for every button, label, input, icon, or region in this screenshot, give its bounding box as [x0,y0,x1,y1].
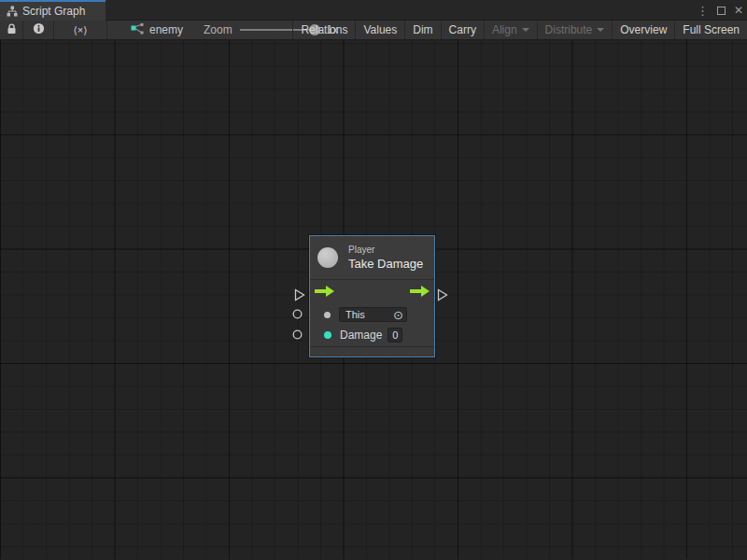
node-category: Player [348,245,423,255]
graph-canvas[interactable]: Player Take Damage This ⊙ [0,40,747,559]
damage-input-port[interactable] [292,329,303,340]
relations-button[interactable]: Relations [292,21,355,39]
this-field-value: This [345,309,365,320]
damage-port-dot-icon[interactable] [324,331,331,339]
flow-input-port[interactable] [294,288,305,301]
dim-button[interactable]: Dim [404,21,440,39]
close-icon[interactable]: ✕ [734,5,743,16]
tab-script-graph[interactable]: Script Graph [0,0,106,21]
node-title: Take Damage [348,257,423,271]
chevron-down-icon [522,28,529,32]
damage-value-input[interactable]: 0 [388,328,402,343]
this-row: This ⊙ [310,304,434,325]
node-header[interactable]: Player Take Damage [310,236,434,280]
unit-icon [317,247,338,268]
align-button-label: Align [492,23,517,36]
carry-button[interactable]: Carry [441,21,484,39]
full-screen-button[interactable]: Full Screen [674,21,747,39]
this-field[interactable]: This ⊙ [339,307,407,322]
flow-ports-row [310,280,434,304]
info-icon [33,22,45,37]
tab-label: Script Graph [22,5,85,18]
graph-hierarchy-icon [7,6,18,17]
toolbar-buttons: Relations Values Dim Carry Align Distrib… [292,21,747,39]
window-controls: ⋮ ✕ [697,0,743,21]
align-button: Align [484,21,537,39]
graph-node-icon [131,23,144,37]
damage-label: Damage [340,329,382,342]
window-titlebar: Script Graph ⋮ ✕ [0,0,747,21]
angle-x-icon: ⟨×⟩ [73,24,87,36]
graph-breadcrumb[interactable]: enemy [131,21,183,39]
flow-in-arrow-icon[interactable] [315,284,334,301]
graph-toolbar: ⟨×⟩ enemy Zoom 1x Relations Values Dim C… [0,21,747,40]
node-footer [310,346,434,357]
values-button[interactable]: Values [355,21,404,39]
node-take-damage[interactable]: Player Take Damage This ⊙ [309,235,435,357]
lock-button[interactable] [0,21,23,39]
object-picker-icon[interactable]: ⊙ [393,309,403,321]
info-button[interactable] [23,21,54,39]
maximize-icon[interactable] [717,7,726,15]
damage-row: Damage 0 [310,325,434,345]
distribute-button: Distribute [537,21,613,39]
distribute-button-label: Distribute [545,23,593,36]
lock-icon [7,23,17,37]
connections-toggle-button[interactable]: ⟨×⟩ [54,21,107,39]
this-port-dot-icon[interactable] [324,312,331,318]
node-titles: Player Take Damage [348,245,423,271]
chevron-down-icon [597,28,604,32]
this-input-port[interactable] [292,309,303,319]
flow-out-arrow-icon[interactable] [410,284,430,301]
flow-output-port[interactable] [437,288,448,301]
window-menu-icon[interactable]: ⋮ [697,5,709,17]
overview-button[interactable]: Overview [612,21,674,39]
zoom-label: Zoom [204,23,233,36]
graph-name-label: enemy [149,23,183,36]
